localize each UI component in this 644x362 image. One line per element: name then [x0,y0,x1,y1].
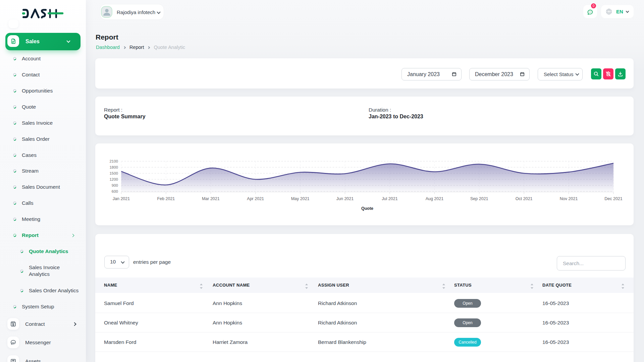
svg-text:1200: 1200 [109,177,118,181]
svg-text:May 2021: May 2021 [291,196,310,201]
svg-text:600: 600 [112,189,118,193]
svg-text:Jan 2021: Jan 2021 [113,196,130,201]
svg-text:2100: 2100 [109,159,118,163]
svg-text:Mar 2021: Mar 2021 [202,196,220,201]
svg-text:Nov 2021: Nov 2021 [560,196,578,201]
svg-text:Aug 2021: Aug 2021 [426,196,444,201]
svg-text:Quote: Quote [361,206,373,211]
svg-text:1500: 1500 [109,171,118,175]
svg-text:Feb 2021: Feb 2021 [157,196,175,201]
svg-text:900: 900 [112,183,118,187]
svg-text:Jul 2021: Jul 2021 [382,196,397,201]
svg-text:Oct 2021: Oct 2021 [516,196,533,201]
svg-text:Apr 2021: Apr 2021 [247,196,264,201]
svg-text:1800: 1800 [109,165,118,169]
svg-text:Sep 2021: Sep 2021 [470,196,488,201]
svg-text:Dec 2021: Dec 2021 [604,196,623,201]
svg-text:Jun 2021: Jun 2021 [336,196,354,201]
